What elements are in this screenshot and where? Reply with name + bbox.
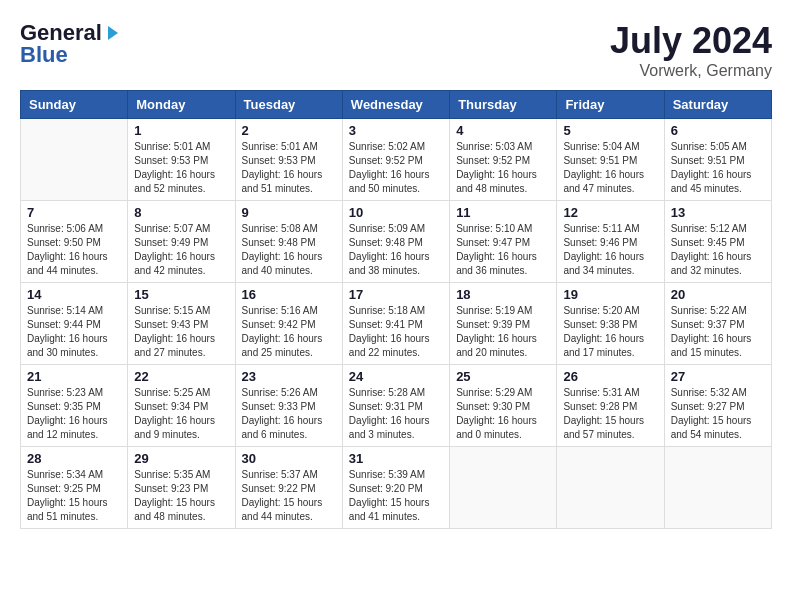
calendar-day-cell: 8 Sunrise: 5:07 AM Sunset: 9:49 PM Dayli… bbox=[128, 201, 235, 283]
day-number: 25 bbox=[456, 369, 550, 384]
page-header: General Blue July 2024 Vorwerk, Germany bbox=[20, 20, 772, 80]
calendar-day-cell: 4 Sunrise: 5:03 AM Sunset: 9:52 PM Dayli… bbox=[450, 119, 557, 201]
day-number: 4 bbox=[456, 123, 550, 138]
header-sunday: Sunday bbox=[21, 91, 128, 119]
calendar-week-row: 14 Sunrise: 5:14 AM Sunset: 9:44 PM Dayl… bbox=[21, 283, 772, 365]
calendar-day-cell: 23 Sunrise: 5:26 AM Sunset: 9:33 PM Dayl… bbox=[235, 365, 342, 447]
day-info: Sunrise: 5:02 AM Sunset: 9:52 PM Dayligh… bbox=[349, 140, 443, 196]
calendar-day-cell: 20 Sunrise: 5:22 AM Sunset: 9:37 PM Dayl… bbox=[664, 283, 771, 365]
calendar-day-cell: 25 Sunrise: 5:29 AM Sunset: 9:30 PM Dayl… bbox=[450, 365, 557, 447]
day-info: Sunrise: 5:31 AM Sunset: 9:28 PM Dayligh… bbox=[563, 386, 657, 442]
calendar-day-cell: 11 Sunrise: 5:10 AM Sunset: 9:47 PM Dayl… bbox=[450, 201, 557, 283]
day-number: 8 bbox=[134, 205, 228, 220]
calendar-day-cell: 9 Sunrise: 5:08 AM Sunset: 9:48 PM Dayli… bbox=[235, 201, 342, 283]
day-info: Sunrise: 5:04 AM Sunset: 9:51 PM Dayligh… bbox=[563, 140, 657, 196]
day-info: Sunrise: 5:01 AM Sunset: 9:53 PM Dayligh… bbox=[242, 140, 336, 196]
calendar-header-row: Sunday Monday Tuesday Wednesday Thursday… bbox=[21, 91, 772, 119]
calendar-day-cell: 26 Sunrise: 5:31 AM Sunset: 9:28 PM Dayl… bbox=[557, 365, 664, 447]
day-number: 6 bbox=[671, 123, 765, 138]
day-number: 28 bbox=[27, 451, 121, 466]
day-number: 2 bbox=[242, 123, 336, 138]
calendar-day-cell: 17 Sunrise: 5:18 AM Sunset: 9:41 PM Dayl… bbox=[342, 283, 449, 365]
calendar-day-cell bbox=[21, 119, 128, 201]
day-number: 1 bbox=[134, 123, 228, 138]
day-info: Sunrise: 5:11 AM Sunset: 9:46 PM Dayligh… bbox=[563, 222, 657, 278]
day-number: 15 bbox=[134, 287, 228, 302]
day-info: Sunrise: 5:18 AM Sunset: 9:41 PM Dayligh… bbox=[349, 304, 443, 360]
day-number: 16 bbox=[242, 287, 336, 302]
day-info: Sunrise: 5:20 AM Sunset: 9:38 PM Dayligh… bbox=[563, 304, 657, 360]
header-monday: Monday bbox=[128, 91, 235, 119]
day-info: Sunrise: 5:25 AM Sunset: 9:34 PM Dayligh… bbox=[134, 386, 228, 442]
calendar-day-cell: 18 Sunrise: 5:19 AM Sunset: 9:39 PM Dayl… bbox=[450, 283, 557, 365]
day-number: 14 bbox=[27, 287, 121, 302]
day-info: Sunrise: 5:09 AM Sunset: 9:48 PM Dayligh… bbox=[349, 222, 443, 278]
day-info: Sunrise: 5:10 AM Sunset: 9:47 PM Dayligh… bbox=[456, 222, 550, 278]
day-info: Sunrise: 5:22 AM Sunset: 9:37 PM Dayligh… bbox=[671, 304, 765, 360]
svg-marker-0 bbox=[108, 26, 118, 40]
day-info: Sunrise: 5:06 AM Sunset: 9:50 PM Dayligh… bbox=[27, 222, 121, 278]
title-area: July 2024 Vorwerk, Germany bbox=[610, 20, 772, 80]
day-number: 9 bbox=[242, 205, 336, 220]
logo-arrow-icon bbox=[104, 24, 122, 42]
day-number: 26 bbox=[563, 369, 657, 384]
day-number: 7 bbox=[27, 205, 121, 220]
day-info: Sunrise: 5:23 AM Sunset: 9:35 PM Dayligh… bbox=[27, 386, 121, 442]
day-info: Sunrise: 5:32 AM Sunset: 9:27 PM Dayligh… bbox=[671, 386, 765, 442]
header-friday: Friday bbox=[557, 91, 664, 119]
day-number: 29 bbox=[134, 451, 228, 466]
day-number: 3 bbox=[349, 123, 443, 138]
day-info: Sunrise: 5:05 AM Sunset: 9:51 PM Dayligh… bbox=[671, 140, 765, 196]
calendar-day-cell: 12 Sunrise: 5:11 AM Sunset: 9:46 PM Dayl… bbox=[557, 201, 664, 283]
calendar-day-cell: 10 Sunrise: 5:09 AM Sunset: 9:48 PM Dayl… bbox=[342, 201, 449, 283]
day-number: 12 bbox=[563, 205, 657, 220]
day-info: Sunrise: 5:15 AM Sunset: 9:43 PM Dayligh… bbox=[134, 304, 228, 360]
day-number: 22 bbox=[134, 369, 228, 384]
header-wednesday: Wednesday bbox=[342, 91, 449, 119]
calendar-day-cell: 3 Sunrise: 5:02 AM Sunset: 9:52 PM Dayli… bbox=[342, 119, 449, 201]
header-thursday: Thursday bbox=[450, 91, 557, 119]
calendar-day-cell: 19 Sunrise: 5:20 AM Sunset: 9:38 PM Dayl… bbox=[557, 283, 664, 365]
header-saturday: Saturday bbox=[664, 91, 771, 119]
day-number: 18 bbox=[456, 287, 550, 302]
calendar-week-row: 28 Sunrise: 5:34 AM Sunset: 9:25 PM Dayl… bbox=[21, 447, 772, 529]
calendar-week-row: 7 Sunrise: 5:06 AM Sunset: 9:50 PM Dayli… bbox=[21, 201, 772, 283]
day-info: Sunrise: 5:03 AM Sunset: 9:52 PM Dayligh… bbox=[456, 140, 550, 196]
calendar-day-cell: 21 Sunrise: 5:23 AM Sunset: 9:35 PM Dayl… bbox=[21, 365, 128, 447]
location-subtitle: Vorwerk, Germany bbox=[610, 62, 772, 80]
calendar-day-cell: 6 Sunrise: 5:05 AM Sunset: 9:51 PM Dayli… bbox=[664, 119, 771, 201]
day-info: Sunrise: 5:16 AM Sunset: 9:42 PM Dayligh… bbox=[242, 304, 336, 360]
calendar-day-cell: 5 Sunrise: 5:04 AM Sunset: 9:51 PM Dayli… bbox=[557, 119, 664, 201]
day-number: 24 bbox=[349, 369, 443, 384]
day-info: Sunrise: 5:28 AM Sunset: 9:31 PM Dayligh… bbox=[349, 386, 443, 442]
day-info: Sunrise: 5:26 AM Sunset: 9:33 PM Dayligh… bbox=[242, 386, 336, 442]
calendar-day-cell: 15 Sunrise: 5:15 AM Sunset: 9:43 PM Dayl… bbox=[128, 283, 235, 365]
calendar-week-row: 21 Sunrise: 5:23 AM Sunset: 9:35 PM Dayl… bbox=[21, 365, 772, 447]
header-tuesday: Tuesday bbox=[235, 91, 342, 119]
day-info: Sunrise: 5:29 AM Sunset: 9:30 PM Dayligh… bbox=[456, 386, 550, 442]
day-info: Sunrise: 5:37 AM Sunset: 9:22 PM Dayligh… bbox=[242, 468, 336, 524]
calendar-day-cell: 27 Sunrise: 5:32 AM Sunset: 9:27 PM Dayl… bbox=[664, 365, 771, 447]
day-info: Sunrise: 5:01 AM Sunset: 9:53 PM Dayligh… bbox=[134, 140, 228, 196]
day-number: 19 bbox=[563, 287, 657, 302]
calendar-table: Sunday Monday Tuesday Wednesday Thursday… bbox=[20, 90, 772, 529]
calendar-week-row: 1 Sunrise: 5:01 AM Sunset: 9:53 PM Dayli… bbox=[21, 119, 772, 201]
calendar-day-cell: 28 Sunrise: 5:34 AM Sunset: 9:25 PM Dayl… bbox=[21, 447, 128, 529]
day-number: 27 bbox=[671, 369, 765, 384]
calendar-day-cell: 1 Sunrise: 5:01 AM Sunset: 9:53 PM Dayli… bbox=[128, 119, 235, 201]
day-info: Sunrise: 5:14 AM Sunset: 9:44 PM Dayligh… bbox=[27, 304, 121, 360]
day-number: 10 bbox=[349, 205, 443, 220]
logo-blue: Blue bbox=[20, 42, 68, 68]
day-number: 13 bbox=[671, 205, 765, 220]
month-year-title: July 2024 bbox=[610, 20, 772, 62]
calendar-day-cell: 2 Sunrise: 5:01 AM Sunset: 9:53 PM Dayli… bbox=[235, 119, 342, 201]
day-number: 20 bbox=[671, 287, 765, 302]
calendar-day-cell: 16 Sunrise: 5:16 AM Sunset: 9:42 PM Dayl… bbox=[235, 283, 342, 365]
calendar-day-cell: 7 Sunrise: 5:06 AM Sunset: 9:50 PM Dayli… bbox=[21, 201, 128, 283]
day-number: 21 bbox=[27, 369, 121, 384]
calendar-day-cell: 13 Sunrise: 5:12 AM Sunset: 9:45 PM Dayl… bbox=[664, 201, 771, 283]
calendar-day-cell: 24 Sunrise: 5:28 AM Sunset: 9:31 PM Dayl… bbox=[342, 365, 449, 447]
day-info: Sunrise: 5:12 AM Sunset: 9:45 PM Dayligh… bbox=[671, 222, 765, 278]
day-number: 5 bbox=[563, 123, 657, 138]
calendar-day-cell: 22 Sunrise: 5:25 AM Sunset: 9:34 PM Dayl… bbox=[128, 365, 235, 447]
